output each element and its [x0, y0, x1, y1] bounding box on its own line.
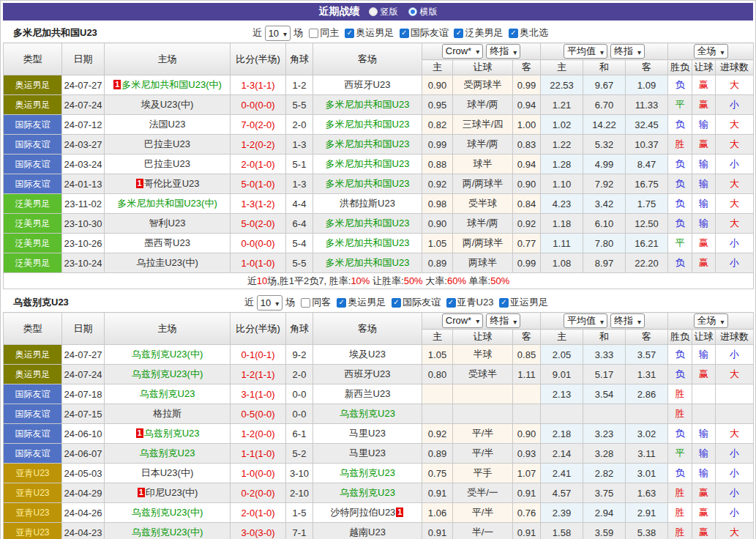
- competition-type: 国际友谊: [4, 155, 62, 174]
- team-filter-bar: 多米尼加共和国U23 近 10 场 同主 奥运男足 国际友谊 泛美男足 奥北选: [3, 23, 753, 42]
- rank-1-badge: 1: [138, 488, 145, 497]
- competition-type: 奥运男足: [4, 75, 62, 95]
- match-date: 23-10-24: [62, 253, 105, 273]
- away-team: 乌兹别克U23: [313, 483, 422, 503]
- competition-checkbox[interactable]: 奥运男足: [345, 26, 394, 40]
- away-team: 马里U23: [313, 444, 422, 464]
- competition-checkbox[interactable]: 亚运男足: [499, 296, 548, 309]
- same-venue-checkbox[interactable]: 同主: [309, 26, 339, 40]
- score: 2-0(1-0): [231, 503, 286, 523]
- corner-count: 6-1: [286, 424, 313, 444]
- home-team-name: 墨西哥U23: [144, 237, 190, 248]
- summary-segment: 让胜率:: [370, 275, 403, 286]
- avg-away: 3.11: [626, 444, 668, 464]
- home-team: 乌兹别克U23(中): [105, 503, 231, 523]
- handicap-result: 赢: [692, 483, 716, 503]
- layout-radio[interactable]: 竖版: [369, 6, 398, 18]
- competition-type: 国际友谊: [4, 424, 62, 444]
- odds-stage-select[interactable]: 终指: [610, 313, 645, 328]
- avg-home: 1.28: [541, 155, 583, 174]
- result-row: 亚青U23 24-04-23 乌兹别克U23(中) 3-0(3-0) 7-1 越…: [4, 523, 754, 539]
- odds-handicap: 平手: [453, 464, 513, 483]
- handicap-result: 输: [692, 194, 716, 214]
- match-date: 24-06-07: [62, 444, 105, 464]
- home-team: 乌兹别克U23: [105, 444, 231, 464]
- result-row: 亚青U23 24-04-26 乌兹别克U23(中) 2-0(1-0) 1-5 沙…: [4, 503, 754, 523]
- col-odds-handicap: 让球: [453, 60, 513, 75]
- avg-away: 16.75: [626, 174, 668, 194]
- competition-checkbox[interactable]: 泛美男足: [454, 26, 503, 40]
- handicap-result: 输: [692, 115, 716, 135]
- odds-stage-select[interactable]: 终指: [486, 313, 520, 328]
- col-score: 比分(半场): [231, 43, 286, 75]
- handicap-result: 输: [692, 174, 716, 194]
- match-count-select[interactable]: 10: [265, 26, 291, 41]
- result-row: 泛美男足 23-10-30 智利U23 5-0(2-0) 6-4 多米尼加共和国…: [4, 214, 754, 234]
- home-team-name: 乌拉圭U23(中): [136, 257, 198, 268]
- bookmaker-select[interactable]: Crow*: [442, 44, 483, 59]
- odds-stage-select[interactable]: 终指: [610, 44, 645, 59]
- home-team: 墨西哥U23: [105, 234, 231, 253]
- match-date: 24-07-18: [62, 384, 105, 404]
- avg-home: 1.08: [541, 253, 583, 273]
- avg-home: 4.57: [541, 483, 583, 503]
- average-select[interactable]: 平均值: [564, 44, 607, 59]
- bookmaker-select[interactable]: Crow*: [442, 313, 483, 328]
- odds-away: [513, 384, 541, 404]
- scope-select[interactable]: 全场: [694, 313, 728, 328]
- col-odds-away: 客: [513, 330, 541, 345]
- competition-checkbox[interactable]: 国际友谊: [400, 26, 449, 40]
- winloss-result: 负: [668, 174, 692, 194]
- competition-checkbox[interactable]: 奥北选: [509, 26, 548, 40]
- match-date: 24-04-26: [62, 503, 105, 523]
- avg-draw: [583, 404, 626, 424]
- scope-select[interactable]: 全场: [694, 44, 728, 59]
- odds-home: 0.89: [422, 253, 453, 273]
- same-venue-checkbox[interactable]: 同客: [301, 296, 331, 309]
- score: 0-1(0-1): [231, 345, 286, 365]
- match-count-value: 10: [261, 297, 271, 308]
- checkbox-label: 泛美男足: [465, 26, 503, 40]
- match-count-select[interactable]: 10: [257, 295, 283, 311]
- chevron-down-icon: [283, 28, 287, 39]
- handicap-result: 赢: [692, 365, 716, 384]
- match-date: 24-07-15: [62, 404, 105, 424]
- home-team-name: 哥伦比亚U23: [144, 178, 200, 189]
- home-team-name: 格拉斯: [153, 408, 181, 419]
- competition-checkbox[interactable]: 国际友谊: [392, 296, 441, 309]
- away-team-name: 多米尼加共和国U23: [326, 99, 410, 110]
- winloss-result: 胜: [668, 503, 692, 523]
- handicap-result: 赢: [692, 95, 716, 115]
- avg-home: 1.18: [541, 214, 583, 234]
- col-avg-draw: 和: [583, 330, 626, 345]
- home-team: 乌兹别克U23(中): [105, 365, 231, 384]
- corner-count: 1-5: [286, 503, 313, 523]
- home-team-name: 巴拉圭U23: [144, 138, 190, 149]
- competition-checkbox[interactable]: 奥运男足: [337, 296, 386, 309]
- competition-checkbox[interactable]: 亚青U23: [446, 296, 494, 309]
- avg-draw: 7.80: [583, 234, 626, 253]
- odds-handicap: 半球: [453, 345, 513, 365]
- col-avg-draw: 和: [583, 60, 626, 75]
- average-select[interactable]: 平均值: [564, 313, 607, 328]
- team-name: 乌兹别克U23: [13, 296, 69, 309]
- chevron-down-icon: [600, 46, 604, 57]
- odds-away: 0.99: [513, 253, 541, 273]
- competition-type: 泛美男足: [4, 253, 62, 273]
- layout-radio[interactable]: 横版: [408, 6, 438, 18]
- section-team-2: 乌兹别克U23 近 10 场 同客 奥运男足 国际友谊 亚青U23 亚运男足: [3, 293, 753, 539]
- avg-draw: 6.70: [583, 95, 626, 115]
- team-filter-bar: 乌兹别克U23 近 10 场 同客 奥运男足 国际友谊 亚青U23 亚运男足: [3, 293, 753, 312]
- home-team: 1哥伦比亚U23: [105, 174, 231, 194]
- summary-row: 近10场,胜1平2负7, 胜率:10% 让胜率:50% 大率:60% 单率:50…: [4, 273, 754, 289]
- col-avg-away: 客: [626, 330, 668, 345]
- avg-draw: 3.59: [583, 523, 626, 539]
- goals-result: 大: [716, 174, 754, 194]
- match-count-value: 10: [269, 28, 279, 39]
- home-team: 乌拉圭U23(中): [105, 253, 231, 273]
- summary-segment: 单率:: [466, 275, 490, 286]
- away-team-name: 乌兹别克U23: [340, 408, 395, 419]
- odds-stage-select[interactable]: 终指: [486, 44, 520, 59]
- odds-handicap: 球半/两: [453, 214, 513, 234]
- home-team-name: 乌兹别克U23: [144, 428, 200, 439]
